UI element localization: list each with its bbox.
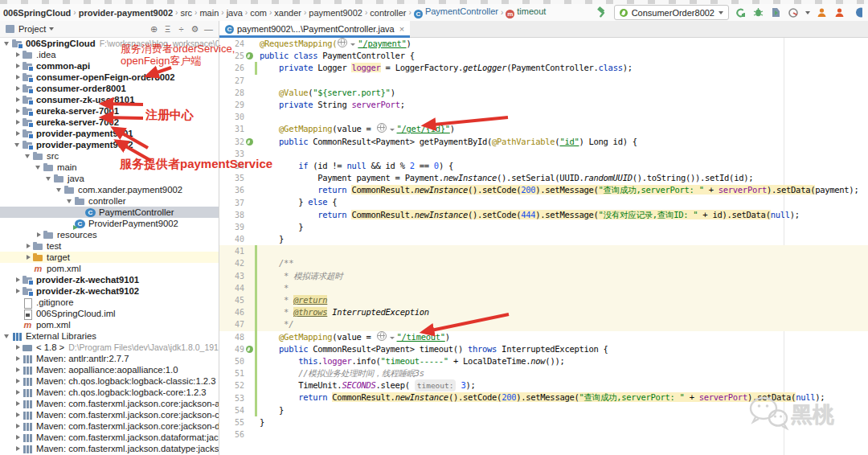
run-configuration-select[interactable]: ConsumerOrder8002 xyxy=(614,5,729,20)
code-line-24[interactable]: 24@RequestMapping("/payment") xyxy=(219,38,868,50)
code-line-39[interactable]: 39 } xyxy=(219,221,868,233)
chevron-down-icon[interactable] xyxy=(66,197,74,205)
tree-item-maven-com-fasterxml-jackson-dataformat-jackson-datafor[interactable]: Maven: com.fasterxml.jackson.dataformat:… xyxy=(0,432,219,443)
tree-item-maven-com-fasterxml-jackson-core-jackson-annotations-2[interactable]: Maven: com.fasterxml.jackson.core:jackso… xyxy=(0,398,219,409)
tree-item-java[interactable]: java xyxy=(0,173,219,184)
url-mapping-icon[interactable] xyxy=(338,38,347,47)
chevron-right-icon[interactable] xyxy=(14,73,22,81)
line-number[interactable]: 40 xyxy=(219,235,244,244)
chevron-right-icon[interactable] xyxy=(14,422,22,430)
line-number[interactable]: 26 xyxy=(219,64,244,72)
editor-tab-paymentcontroller[interactable]: C payment9002\...\PaymentController.java… xyxy=(219,21,410,37)
code-line-25[interactable]: 25public class PaymentController { xyxy=(219,50,868,62)
attach-process-button[interactable] xyxy=(816,6,828,18)
url-mapping-icon[interactable] xyxy=(377,331,387,341)
chevron-down-icon[interactable] xyxy=(390,129,395,131)
tree-item-external-libraries[interactable]: External Libraries xyxy=(0,330,219,342)
chevron-down-icon[interactable] xyxy=(24,152,32,160)
collapse-all-icon[interactable]: Ξ xyxy=(161,24,174,34)
tree-item-src[interactable]: src xyxy=(0,150,219,162)
tree-item-maven-ch-qos-logback-logback-core-1-2-3[interactable]: Maven: ch.qos.logback:logback-core:1.2.3 xyxy=(0,387,219,398)
tree-item-pom-xml[interactable]: mpom.xml xyxy=(0,319,219,330)
tree-item-eureka-server-7001[interactable]: eureka-server-7001 xyxy=(0,105,219,117)
breadcrumb-item-payment9002[interactable]: payment9002 xyxy=(307,8,364,18)
code-line-30[interactable]: 30 xyxy=(219,111,868,123)
tree-item-maven-ch-qos-logback-logback-classic-1-2-3[interactable]: Maven: ch.qos.logback:logback-classic:1.… xyxy=(0,375,219,387)
chevron-right-icon[interactable] xyxy=(14,62,22,70)
code-line-44[interactable]: 44 * xyxy=(219,282,868,294)
line-number[interactable]: 46 xyxy=(219,308,244,317)
line-number[interactable]: 35 xyxy=(219,174,244,182)
chevron-down-icon[interactable] xyxy=(390,337,395,339)
chevron-right-icon[interactable] xyxy=(14,107,22,115)
tree-item-maven-com-fasterxml-jackson-core-jackson-core-2-10-1[interactable]: Maven: com.fasterxml.jackson.core:jackso… xyxy=(0,409,219,420)
locate-file-icon[interactable]: ⊕ xyxy=(147,24,161,35)
tree-item-maven-aopalliance-aopalliance-1-0[interactable]: Maven: aopalliance:aopalliance:1.0 xyxy=(0,364,219,375)
code-line-47[interactable]: 47 */ xyxy=(219,318,868,330)
line-number[interactable]: 38 xyxy=(219,211,244,219)
line-number[interactable]: 25 xyxy=(219,51,244,60)
tree-item-maven-com-fasterxml-jackson-core-jackson-databind-2-10[interactable]: Maven: com.fasterxml.jackson.core:jackso… xyxy=(0,420,219,432)
chevron-right-icon[interactable] xyxy=(14,96,22,104)
code-line-49[interactable]: 49 public CommonResult<Payment> timeout(… xyxy=(219,343,868,355)
chevron-right-icon[interactable] xyxy=(14,84,22,92)
coverage-button[interactable] xyxy=(770,6,782,18)
chevron-right-icon[interactable] xyxy=(35,231,43,239)
chevron-right-icon[interactable] xyxy=(24,253,32,261)
tree-item-controller[interactable]: controller xyxy=(0,195,219,207)
chevron-down-icon[interactable] xyxy=(45,174,53,182)
hide-panel-icon[interactable]: — xyxy=(202,24,215,34)
line-number[interactable]: 34 xyxy=(219,162,244,170)
line-number[interactable]: 39 xyxy=(219,223,244,232)
code-line-34[interactable]: 34 if (id != null && id % 2 == 0) { xyxy=(219,160,868,172)
code-line-51[interactable]: 51 //模拟业务处理时间，线程睡眠3s xyxy=(219,367,868,379)
breadcrumb-item-main[interactable]: main xyxy=(198,8,220,18)
tree-item-com-xander-payment9002[interactable]: com.xander.payment9002 xyxy=(0,184,219,195)
line-number[interactable]: 28 xyxy=(219,88,244,97)
attach-process-2-button[interactable] xyxy=(833,6,845,18)
code-line-53[interactable]: 53 return CommonResult.newInstance().set… xyxy=(219,391,868,404)
gear-icon[interactable]: ⚙ xyxy=(188,24,202,35)
tree-item-consumer-order8001[interactable]: consumer-order8001 xyxy=(0,83,219,94)
line-number[interactable]: 37 xyxy=(219,199,244,207)
profiler-chevron-icon[interactable] xyxy=(805,11,810,14)
spring-bean-gutter-icon[interactable] xyxy=(244,138,255,146)
chevron-down-icon[interactable] xyxy=(14,141,22,149)
chevron-right-icon[interactable] xyxy=(14,343,22,351)
code-line-46[interactable]: 46 * @throws InterruptedException xyxy=(219,306,868,318)
line-number[interactable]: 42 xyxy=(219,259,244,268)
project-view-chevron-icon[interactable] xyxy=(49,27,54,31)
code-line-38[interactable]: 38 return CommonResult.newInstance().set… xyxy=(219,209,868,221)
tree-item-test[interactable]: test xyxy=(0,240,219,252)
chevron-down-icon[interactable] xyxy=(3,332,11,340)
code-line-29[interactable]: 29 private String serverPort; xyxy=(219,99,868,111)
code-line-27[interactable]: 27 xyxy=(219,75,868,87)
code-line-37[interactable]: 37 } else { xyxy=(219,196,868,208)
line-number[interactable]: 24 xyxy=(219,39,244,48)
chevron-right-icon[interactable] xyxy=(14,118,22,126)
build-hammer-icon[interactable] xyxy=(596,6,608,19)
breadcrumb-item-paymentcontroller[interactable]: CPaymentController xyxy=(412,6,500,18)
tree-item-maven-antlr-antlr-2-7-7[interactable]: Maven: antlr:antlr:2.7.7 xyxy=(0,353,219,364)
chevron-down-icon[interactable] xyxy=(35,163,43,171)
tree-item-gitignore[interactable]: .gitignore xyxy=(0,297,219,308)
code-line-48[interactable]: 48 @GetMapping(value = "/timeout") xyxy=(219,331,868,343)
code-line-40[interactable]: 40 } xyxy=(219,233,868,245)
line-number[interactable]: 51 xyxy=(219,369,244,378)
tree-item-maven-com-fasterxml-jackson-datatype-jackson-datatype[interactable]: Maven: com.fasterxml.jackson.datatype:ja… xyxy=(0,443,219,454)
line-number[interactable]: 32 xyxy=(219,137,244,146)
code-line-28[interactable]: 28 @Value("${server.port}") xyxy=(219,87,868,99)
breadcrumb-item-006springcloud[interactable]: 006SpringCloud xyxy=(2,8,72,18)
code-line-55[interactable]: 55} xyxy=(219,416,868,428)
spring-bean-gutter-icon[interactable] xyxy=(244,346,255,353)
breadcrumb-item-controller[interactable]: controller xyxy=(368,8,407,18)
chevron-right-icon[interactable] xyxy=(14,287,22,295)
tree-item-006springcloud-iml[interactable]: 006SpringCloud.iml xyxy=(0,308,219,319)
code-line-43[interactable]: 43 * 模拟请求超时 xyxy=(219,270,868,282)
tree-item-consumer-zk-user8101[interactable]: consumer-zk-user8101 xyxy=(0,94,219,105)
tree-item-providerpayment9002[interactable]: CProviderPayment9002 xyxy=(0,218,219,229)
chevron-right-icon[interactable] xyxy=(14,388,22,396)
code-line-33[interactable]: 33 xyxy=(219,148,868,160)
tree-item-006springcloud[interactable]: 006SpringCloudF:\workspace\blog_workspac… xyxy=(0,38,219,49)
chevron-down-icon[interactable] xyxy=(3,39,11,47)
